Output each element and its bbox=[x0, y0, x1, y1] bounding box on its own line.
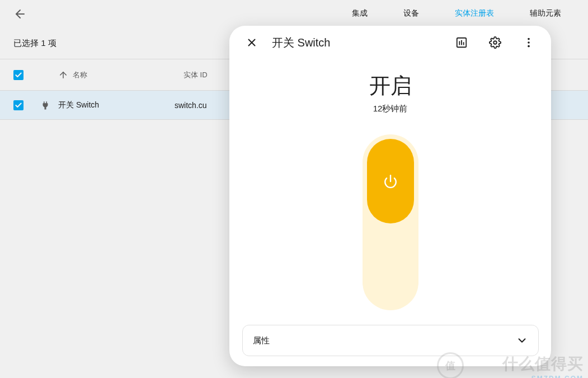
power-icon bbox=[383, 174, 398, 189]
close-icon bbox=[246, 36, 258, 49]
attributes-expander[interactable]: 属性 bbox=[242, 325, 539, 356]
svg-point-11 bbox=[528, 45, 530, 48]
power-toggle[interactable] bbox=[363, 134, 418, 310]
gear-icon bbox=[489, 36, 501, 49]
dialog-body: 开启 12秒钟前 属性 bbox=[229, 59, 551, 366]
dialog-header: 开关 Switch bbox=[229, 26, 551, 59]
dots-vertical-icon bbox=[523, 36, 535, 49]
svg-point-10 bbox=[528, 41, 530, 44]
svg-point-8 bbox=[493, 41, 497, 44]
chart-icon bbox=[455, 36, 468, 49]
attributes-label: 属性 bbox=[253, 335, 270, 346]
dialog-title: 开关 Switch bbox=[272, 35, 330, 50]
svg-point-9 bbox=[528, 38, 530, 40]
more-button[interactable] bbox=[518, 31, 540, 54]
history-button[interactable] bbox=[450, 31, 473, 54]
chevron-down-icon bbox=[516, 334, 528, 347]
close-button[interactable] bbox=[241, 31, 263, 54]
toggle-thumb bbox=[367, 139, 414, 223]
entity-dialog: 开关 Switch 开启 12秒钟前 属性 bbox=[229, 26, 551, 366]
state-text: 开启 bbox=[369, 72, 412, 100]
settings-button[interactable] bbox=[484, 31, 506, 54]
state-time: 12秒钟前 bbox=[373, 104, 408, 114]
